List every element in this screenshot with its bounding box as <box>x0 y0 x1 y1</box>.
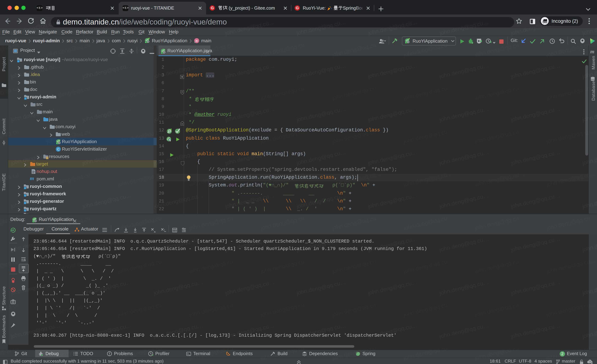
svg-text:?: ? <box>589 360 591 363</box>
svg-text:I: I <box>164 229 165 231</box>
svg-text:m: m <box>196 39 198 43</box>
svg-text:C: C <box>57 147 60 151</box>
